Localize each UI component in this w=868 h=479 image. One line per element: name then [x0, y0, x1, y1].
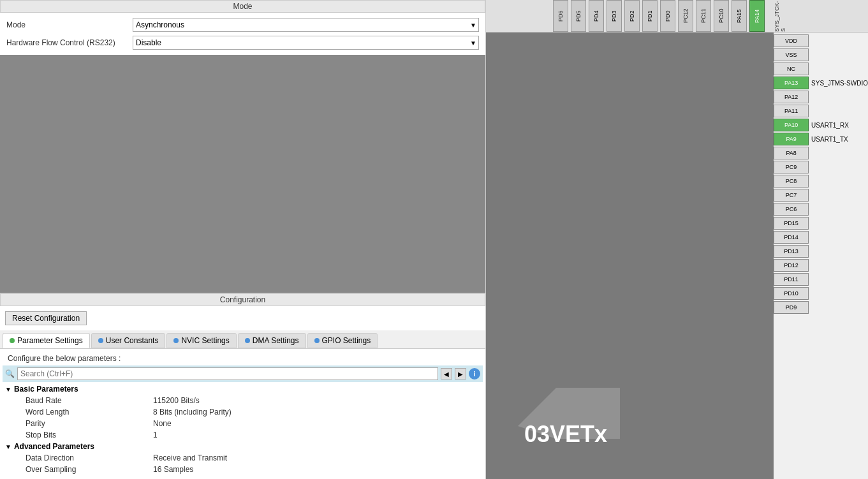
mode-label: Mode [6, 20, 128, 29]
sys-jtck-label: SYS_JTCK-S [774, 0, 786, 32]
pin-cell-PD2[interactable]: PD2 [623, 0, 641, 32]
hw-flow-label: Hardware Flow Control (RS232) [6, 38, 128, 47]
rpin-box-PA11: PA11 [774, 105, 809, 117]
mode-select-wrapper[interactable]: Asynchronous ▼ [133, 18, 479, 32]
param-parity-name: Parity [26, 419, 153, 428]
param-word-length: Word Length 8 Bits (including Parity) [5, 406, 480, 418]
params-area: Configure the below parameters : 🔍 ◀ ▶ i… [0, 349, 485, 479]
search-magnifier-icon: 🔍 [5, 369, 15, 378]
param-word-length-value: 8 Bits (including Parity) [153, 408, 232, 416]
rpin-PA8[interactable]: PA8 [774, 147, 868, 159]
rpin-box-PD9: PD9 [774, 301, 809, 314]
rpin-PA13[interactable]: PA13 SYS_JTMS-SWDIO [774, 77, 868, 89]
rpin-signal-PA10: USART1_RX [811, 122, 849, 129]
tab-dot-gpio [314, 338, 320, 343]
tab-parameter-settings[interactable]: Parameter Settings [3, 333, 90, 348]
pin-PD6: PD6 [553, 0, 568, 32]
pin-PC11: PC11 [696, 0, 711, 32]
pin-cell-PD1[interactable]: PD1 [641, 0, 659, 32]
pin-cell-PD3[interactable]: PD3 [605, 0, 623, 32]
config-header: Configuration [0, 293, 485, 306]
tab-gpio-settings[interactable]: GPIO Settings [307, 333, 378, 348]
rpin-box-PA8: PA8 [774, 147, 809, 159]
rpin-PD11[interactable]: PD11 [774, 273, 868, 286]
rpin-box-PC8: PC8 [774, 175, 809, 188]
right-panel: SYS_JTCK-S PD6 PD5 PD4 PD3 PD2 [486, 0, 868, 479]
rpin-box-PD11: PD11 [774, 273, 809, 286]
pin-cell-PD0[interactable]: PD0 [659, 0, 677, 32]
tab-label-gpio: GPIO Settings [322, 336, 371, 345]
tab-dot-user [98, 338, 103, 343]
tab-label-dma: DMA Settings [253, 336, 299, 345]
rpin-PD15[interactable]: PD15 [774, 217, 868, 230]
rpin-PC6[interactable]: PC6 [774, 203, 868, 216]
param-parity: Parity None [5, 418, 480, 429]
reset-config-button[interactable]: Reset Configuration [5, 311, 87, 325]
param-stop-bits: Stop Bits 1 [5, 429, 480, 441]
rpin-PC9[interactable]: PC9 [774, 161, 868, 173]
chip-visual-area: 03VETx [486, 33, 774, 479]
hw-flow-row: Hardware Flow Control (RS232) Disable ▼ [6, 36, 479, 50]
rpin-PA12[interactable]: PA12 [774, 91, 868, 103]
rpin-PC8[interactable]: PC8 [774, 175, 868, 188]
basic-params-group[interactable]: ▼ Basic Parameters [5, 383, 480, 395]
pin-cell-PC12[interactable]: PC12 [677, 0, 695, 32]
pin-cell-PC10[interactable]: PC10 [712, 0, 730, 32]
mode-select[interactable]: Asynchronous [133, 18, 479, 32]
tab-label-user: User Constants [106, 336, 159, 345]
advanced-params-group[interactable]: ▼ Advanced Parameters [5, 441, 480, 452]
rpin-PD9[interactable]: PD9 [774, 301, 868, 314]
mode-section-header: Mode [0, 0, 485, 13]
param-over-sampling: Over Sampling 16 Samples [5, 464, 480, 475]
tab-user-constants[interactable]: User Constants [91, 333, 166, 348]
search-prev-button[interactable]: ◀ [441, 368, 452, 380]
rpin-box-PD15: PD15 [774, 217, 809, 230]
hw-flow-select-wrapper[interactable]: Disable ▼ [133, 36, 479, 50]
rpin-PD13[interactable]: PD13 [774, 245, 868, 258]
hw-flow-select[interactable]: Disable [133, 36, 479, 50]
param-data-direction: Data Direction Receive and Transmit [5, 452, 480, 464]
pin-PD3: PD3 [607, 0, 622, 32]
mode-form: Mode Asynchronous ▼ Hardware Flow Contro… [0, 13, 485, 55]
param-data-direction-value: Receive and Transmit [153, 453, 227, 462]
param-over-sampling-name: Over Sampling [26, 465, 153, 474]
config-section: Configuration Reset Configuration Parame… [0, 293, 485, 479]
tab-nvic-settings[interactable]: NVIC Settings [166, 333, 236, 348]
pin-PD2: PD2 [624, 0, 640, 32]
rpin-VSS[interactable]: VSS [774, 48, 868, 61]
pin-cell-PA14[interactable]: PA14 [748, 0, 766, 32]
search-next-button[interactable]: ▶ [455, 368, 466, 380]
pin-cell-PA15[interactable]: PA15 [730, 0, 748, 32]
rpin-box-PD10: PD10 [774, 287, 809, 300]
param-baud-rate: Baud Rate 115200 Bits/s [5, 395, 480, 406]
rpin-box-PC6: PC6 [774, 203, 809, 216]
tab-label-param: Parameter Settings [17, 336, 83, 345]
search-input[interactable] [17, 367, 438, 380]
param-over-sampling-value: 16 Samples [153, 465, 193, 474]
tab-label-nvic: NVIC Settings [181, 336, 229, 345]
rpin-PD10[interactable]: PD10 [774, 287, 868, 300]
pin-cell-PD4[interactable]: PD4 [587, 0, 605, 32]
rpin-PA9[interactable]: PA9 USART1_TX [774, 133, 868, 145]
pin-cell-PD5[interactable]: PD5 [570, 0, 587, 32]
chip-area-left [0, 55, 485, 293]
param-stop-bits-value: 1 [153, 431, 158, 439]
rpin-box-PD13: PD13 [774, 245, 809, 258]
rpin-PA10[interactable]: PA10 USART1_RX [774, 119, 868, 131]
pin-PD0: PD0 [660, 0, 675, 32]
pin-cell-PD6[interactable]: PD6 [552, 0, 570, 32]
rpin-box-VSS: VSS [774, 48, 809, 61]
rpin-VDD[interactable]: VDD [774, 34, 868, 47]
pin-PC12: PC12 [678, 0, 693, 32]
info-icon[interactable]: i [469, 368, 480, 380]
rpin-PD12[interactable]: PD12 [774, 259, 868, 272]
rpin-PD14[interactable]: PD14 [774, 231, 868, 244]
rpin-PC7[interactable]: PC7 [774, 189, 868, 202]
rpin-PA11[interactable]: PA11 [774, 105, 868, 117]
rpin-NC[interactable]: NC [774, 63, 868, 75]
chip-logo-area: 03VETx [505, 375, 633, 453]
tab-dma-settings[interactable]: DMA Settings [238, 333, 306, 348]
rpin-box-PD14: PD14 [774, 231, 809, 244]
pin-cell-PC11[interactable]: PC11 [695, 0, 712, 32]
advanced-params-label: Advanced Parameters [14, 442, 94, 451]
